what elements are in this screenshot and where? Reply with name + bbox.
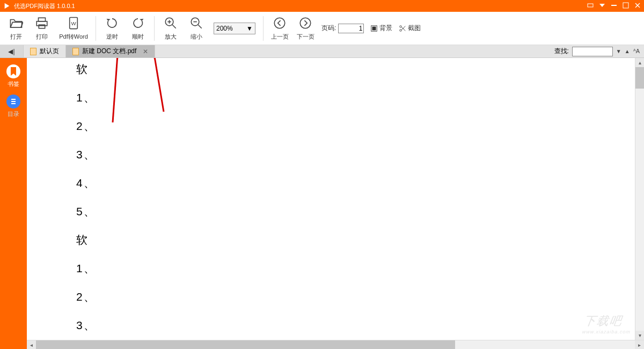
rotate-ccw-button[interactable]: 逆时 — [99, 13, 125, 43]
arrow-left-circle-icon — [272, 16, 287, 31]
svg-line-24 — [402, 26, 406, 30]
tab-default[interactable]: 默认页 — [24, 45, 66, 57]
search-case-toggle[interactable]: ᴬA — [633, 48, 640, 55]
sidebar-toc[interactable]: 目录 — [2, 92, 25, 120]
svg-rect-5 — [39, 18, 46, 21]
main-body: 书签 目录 软 1、 2、 3、 4、 5、 软 1、 2、 — [0, 58, 644, 349]
background-button[interactable]: 背景 — [370, 24, 392, 33]
doc-line: 1、 — [76, 263, 96, 274]
open-button[interactable]: 打开 — [3, 13, 29, 43]
sidebar: 书签 目录 — [0, 58, 27, 349]
close-button[interactable] — [634, 2, 641, 10]
screenshot-label: 截图 — [408, 24, 421, 33]
doc-line: 5、 — [76, 206, 96, 217]
doc-line: 2、 — [76, 120, 96, 132]
scroll-left-button[interactable]: ◂ — [27, 340, 36, 349]
pdf-to-word-button[interactable]: W Pdf转Word — [55, 13, 92, 43]
rotate-cw-button[interactable]: 顺时 — [125, 13, 151, 43]
svg-rect-2 — [623, 3, 628, 8]
search-prev-button[interactable]: ▲ — [625, 48, 630, 54]
svg-rect-20 — [372, 26, 376, 30]
zoom-value: 200% — [216, 25, 233, 32]
background-icon — [370, 25, 378, 32]
maximize-button[interactable] — [623, 2, 629, 10]
rotate-ccw-icon — [105, 16, 120, 31]
page-number-block: 页码: — [321, 24, 364, 33]
print-button[interactable]: 打印 — [29, 13, 55, 43]
svg-line-15 — [198, 25, 202, 28]
document-icon — [30, 48, 36, 55]
titlebar: 优选PDF阅读器 1.0.0.1 — [0, 0, 644, 12]
print-label: 打印 — [36, 33, 48, 41]
zoom-out-icon — [189, 16, 204, 31]
minimize-button[interactable] — [611, 2, 617, 10]
svg-line-11 — [172, 25, 176, 28]
separator — [154, 16, 155, 41]
search-label: 查找: — [554, 47, 569, 56]
document-icon — [72, 48, 79, 55]
doc-line: 软 — [76, 63, 96, 75]
svg-point-17 — [274, 18, 285, 28]
doc-line: 3、 — [76, 319, 96, 331]
separator — [263, 16, 264, 41]
tabbar: ◀| 默认页 新建 DOC 文档.pdf ✕ 查找: ▼ ▲ ᴬA — [0, 45, 644, 58]
bookmark-icon — [6, 64, 20, 78]
svg-text:W: W — [71, 20, 76, 26]
tab-file[interactable]: 新建 DOC 文档.pdf ✕ — [66, 45, 155, 57]
zoom-in-button[interactable]: 放大 — [158, 13, 184, 43]
tab-close-icon[interactable]: ✕ — [143, 48, 148, 55]
page-text: 软 1、 2、 3、 4、 5、 软 1、 2、 3、 — [76, 63, 96, 340]
zoom-in-label: 放大 — [165, 33, 177, 41]
prev-page-label: 上一页 — [271, 33, 289, 41]
app-title: 优选PDF阅读器 1.0.0.1 — [14, 2, 587, 10]
search-area: 查找: ▼ ▲ ᴬA — [550, 45, 645, 57]
doc-line: 2、 — [76, 291, 96, 302]
scroll-up-button[interactable]: ▴ — [635, 58, 644, 67]
page-number-input[interactable] — [338, 24, 364, 33]
zoom-in-icon — [163, 16, 178, 31]
prev-page-button[interactable]: 上一页 — [267, 13, 292, 43]
zoom-select[interactable]: 200% ▼ — [214, 23, 255, 34]
search-next-button[interactable]: ▼ — [616, 48, 621, 54]
separator — [96, 16, 96, 41]
sidebar-toc-label: 目录 — [8, 110, 19, 118]
open-folder-icon — [9, 16, 24, 31]
scroll-thumb[interactable] — [36, 340, 455, 349]
app-logo-icon — [3, 2, 11, 10]
zoom-out-label: 缩小 — [191, 33, 202, 41]
page-area[interactable]: 软 1、 2、 3、 4、 5、 软 1、 2、 3、 — [27, 58, 635, 340]
vertical-scrollbar[interactable]: ▴ ▾ — [635, 58, 644, 340]
svg-point-21 — [400, 25, 402, 27]
sidebar-bookmarks-label: 书签 — [8, 80, 19, 88]
tab-file-label: 新建 DOC 文档.pdf — [82, 47, 136, 56]
rotate-cw-icon — [130, 16, 145, 31]
horizontal-scrollbar[interactable]: ◂ ▸ — [27, 340, 644, 349]
scroll-down-button[interactable]: ▾ — [635, 331, 644, 340]
window-button-2[interactable] — [599, 2, 605, 10]
svg-point-18 — [300, 18, 311, 28]
next-page-button[interactable]: 下一页 — [292, 13, 318, 43]
toolbar: 打开 打印 W Pdf转Word 逆时 顺时 放大 缩小 — [0, 12, 644, 45]
svg-line-23 — [402, 27, 406, 31]
zoom-out-button[interactable]: 缩小 — [184, 13, 209, 43]
page-label: 页码: — [321, 24, 336, 33]
sidebar-bookmarks[interactable]: 书签 — [2, 62, 25, 90]
tab-default-label: 默认页 — [40, 47, 59, 56]
background-label: 背景 — [379, 24, 392, 33]
svg-line-29 — [153, 58, 164, 112]
doc-line: 1、 — [76, 92, 96, 103]
rotate-cw-label: 顺时 — [132, 33, 144, 41]
svg-point-22 — [400, 29, 402, 31]
content-wrap: 软 1、 2、 3、 4、 5、 软 1、 2、 3、 — [27, 58, 644, 349]
screenshot-button[interactable]: 截图 — [399, 24, 421, 33]
printer-icon — [34, 16, 49, 31]
window-button-1[interactable] — [587, 2, 594, 10]
search-input[interactable] — [572, 47, 613, 56]
scroll-right-button[interactable]: ▸ — [635, 340, 644, 349]
svg-line-28 — [113, 58, 118, 122]
document-viewport: 软 1、 2、 3、 4、 5、 软 1、 2、 3、 — [27, 58, 644, 340]
scroll-thumb[interactable] — [635, 67, 644, 89]
dropdown-arrow-icon: ▼ — [246, 25, 253, 32]
scissors-icon — [399, 25, 406, 32]
collapse-panel-button[interactable]: ◀| — [0, 45, 24, 57]
